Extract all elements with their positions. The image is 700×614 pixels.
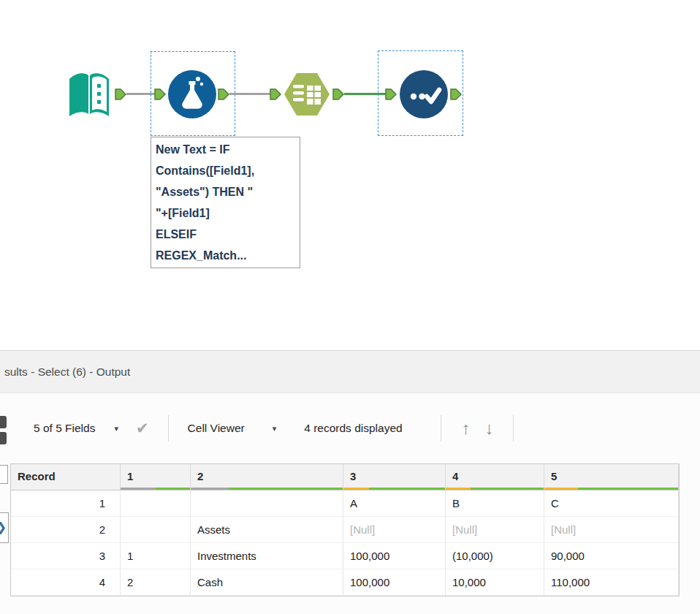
data-cell[interactable]: [Null] xyxy=(343,517,446,543)
record-column-header[interactable]: Record xyxy=(11,464,121,490)
output-anchor[interactable] xyxy=(115,87,127,102)
connector-arrow-icon xyxy=(218,87,230,102)
column-header[interactable]: 3 xyxy=(343,464,446,490)
data-cell[interactable]: 100,000 xyxy=(343,569,446,596)
chevron-down-icon[interactable]: ▾ xyxy=(114,424,118,433)
data-quality-bar xyxy=(343,488,445,490)
data-cell[interactable] xyxy=(121,517,191,543)
data-cell[interactable]: 1 xyxy=(121,543,191,569)
apply-check-icon[interactable]: ✔ xyxy=(136,420,149,437)
record-number-cell[interactable]: 2 xyxy=(11,517,121,543)
data-cell[interactable]: 100,000 xyxy=(343,543,446,569)
clipped-toolbar-icon xyxy=(0,416,7,428)
record-number-cell[interactable]: 3 xyxy=(11,543,121,569)
records-displayed-label: 4 records displayed xyxy=(304,422,402,435)
toolbar-separator xyxy=(513,415,514,441)
output-anchor[interactable] xyxy=(218,87,230,102)
record-number-cell[interactable]: 1 xyxy=(11,490,121,517)
arrow-down-icon[interactable]: ↓ xyxy=(485,420,494,437)
data-cell[interactable]: 110,000 xyxy=(544,569,679,596)
browse-tool[interactable] xyxy=(399,69,449,119)
data-cell[interactable]: 10,000 xyxy=(446,569,544,596)
annotation-line: Contains([Field1], xyxy=(156,160,295,181)
fields-dropdown[interactable]: 5 of 5 Fields xyxy=(34,422,95,435)
data-cell[interactable]: B xyxy=(446,490,544,517)
data-cell[interactable]: 2 xyxy=(121,569,191,596)
book-icon xyxy=(64,69,114,119)
clipped-side-button[interactable] xyxy=(0,465,8,484)
data-quality-bar xyxy=(544,488,678,490)
chevron-down-icon[interactable]: ▾ xyxy=(273,424,277,433)
connector-arrow-icon xyxy=(270,87,282,102)
results-content: ❯ 5 of 5 Fields ▾ ✔ Cell Viewer ▾ 4 reco… xyxy=(0,394,700,614)
toolbar-separator xyxy=(441,415,441,441)
data-cell[interactable]: A xyxy=(343,490,446,517)
arrow-up-icon[interactable]: ↑ xyxy=(462,420,471,437)
formula-tool[interactable] xyxy=(167,69,217,119)
annotation-line: "+[Field1] xyxy=(156,202,295,224)
output-anchor[interactable] xyxy=(450,87,463,102)
connection-line xyxy=(229,93,270,95)
data-cell[interactable]: Cash xyxy=(191,569,343,596)
data-cell[interactable] xyxy=(191,490,343,517)
check-dots-icon xyxy=(399,69,449,119)
column-header[interactable]: 5 xyxy=(544,464,679,490)
data-cell[interactable]: [Null] xyxy=(544,517,679,543)
results-panel: sults - Select (6) - Output ❯ 5 of 5 Fie… xyxy=(0,350,700,614)
annotation-line: "Assets") THEN " xyxy=(156,181,295,202)
annotation-line: ELSEIF xyxy=(156,224,295,245)
connector-arrow-icon xyxy=(450,87,463,102)
output-anchor[interactable] xyxy=(332,87,345,102)
column-header[interactable]: 1 xyxy=(121,464,191,490)
results-toolbar: 5 of 5 Fields ▾ ✔ Cell Viewer ▾ 4 record… xyxy=(10,404,668,452)
column-header[interactable]: 4 xyxy=(446,464,544,490)
connector-arrow-icon xyxy=(332,87,345,102)
record-number-cell[interactable]: 4 xyxy=(11,569,121,596)
input-anchor[interactable] xyxy=(270,87,282,102)
data-cell[interactable]: [Null] xyxy=(446,517,544,543)
annotation-line: REGEX_Match... xyxy=(156,245,295,266)
data-cell[interactable]: Assets xyxy=(191,517,343,543)
results-title-bar: sults - Select (6) - Output xyxy=(0,351,700,393)
toolbar-separator xyxy=(168,415,169,441)
cell-viewer-dropdown[interactable]: Cell Viewer xyxy=(188,422,245,435)
connector-arrow-icon xyxy=(115,87,127,102)
annotation-line: New Text = IF xyxy=(156,139,295,160)
expand-panel-button[interactable]: ❯ xyxy=(0,512,9,543)
workflow-canvas[interactable]: New Text = IFContains([Field1],"Assets")… xyxy=(0,0,700,350)
clipped-toolbar-icon xyxy=(0,432,7,444)
results-table: Record123451ABC2Assets[Null][Null][Null]… xyxy=(10,463,680,596)
select-tool[interactable] xyxy=(282,69,332,119)
data-quality-bar xyxy=(446,488,544,490)
table-list-icon xyxy=(282,69,332,119)
data-cell[interactable]: (10,000) xyxy=(446,543,544,569)
data-quality-bar xyxy=(121,488,190,490)
data-cell[interactable]: C xyxy=(544,490,679,517)
flask-icon xyxy=(167,69,217,119)
data-cell[interactable]: Investments xyxy=(191,543,343,569)
data-quality-bar xyxy=(191,488,343,490)
chevron-right-icon: ❯ xyxy=(0,513,7,542)
results-title: sults - Select (6) - Output xyxy=(4,351,130,393)
column-header[interactable]: 2 xyxy=(191,464,343,490)
input-data-tool[interactable] xyxy=(64,69,114,119)
data-cell[interactable] xyxy=(121,490,191,517)
formula-annotation[interactable]: New Text = IFContains([Field1],"Assets")… xyxy=(151,137,300,268)
data-cell[interactable]: 90,000 xyxy=(544,543,679,569)
